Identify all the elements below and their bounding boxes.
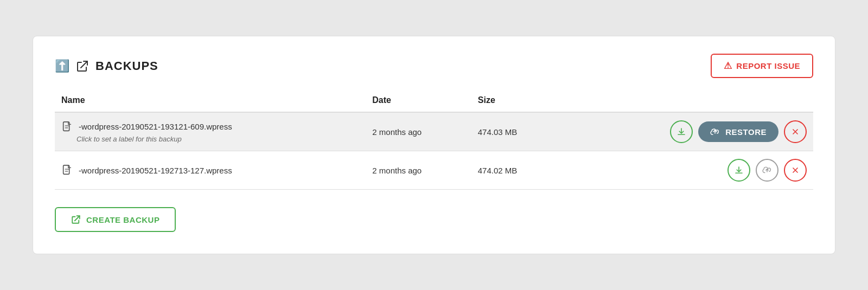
export-icon (76, 60, 89, 73)
actions-cell: RESTORE (560, 112, 813, 151)
date-cell: 2 months ago (366, 112, 471, 151)
restore-button[interactable]: RESTORE (698, 121, 778, 142)
filename: -wordpress-20190521-193121-609.wpress (79, 122, 232, 131)
col-header-actions (560, 91, 813, 112)
date-cell: 2 months ago (366, 151, 471, 190)
backup-name-container: -wordpress-20190521-193121-609.wpress Cl… (61, 121, 359, 143)
name-cell: -wordpress-20190521-193121-609.wpress Cl… (55, 112, 366, 151)
warning-icon: ⚠ (724, 60, 732, 72)
upload-button[interactable] (756, 159, 778, 182)
name-cell: -wordpress-20190521-192713-127.wpress (55, 151, 366, 190)
col-header-date: Date (366, 91, 471, 112)
table-row: -wordpress-20190521-193121-609.wpress Cl… (55, 112, 813, 151)
delete-button[interactable] (784, 159, 807, 182)
backups-card: ⬆️ BACKUPS ⚠ REPORT ISSUE Name Date Size (33, 36, 835, 254)
backup-name-row: -wordpress-20190521-193121-609.wpress (61, 121, 359, 133)
size-cell: 474.02 MB (471, 151, 560, 190)
close-icon (791, 166, 800, 175)
report-issue-label: REPORT ISSUE (736, 61, 800, 70)
action-btn-group (566, 159, 807, 182)
title-area: ⬆️ BACKUPS (55, 59, 158, 73)
col-header-name: Name (55, 91, 366, 112)
card-footer: CREATE BACKUP (55, 207, 813, 232)
download-button[interactable] (670, 120, 693, 143)
create-backup-label: CREATE BACKUP (86, 215, 159, 224)
download-button[interactable] (727, 159, 750, 182)
backup-name-container: -wordpress-20190521-192713-127.wpress (61, 164, 359, 176)
page-title: BACKUPS (95, 59, 158, 73)
size-cell: 474.03 MB (471, 112, 560, 151)
backups-table: Name Date Size -wordpress-20190521-19312… (55, 91, 813, 190)
action-btn-group: RESTORE (566, 120, 807, 143)
download-icon (676, 127, 686, 137)
delete-button[interactable] (784, 120, 807, 143)
backups-icon: ⬆️ (55, 59, 69, 73)
cloud-icon (762, 165, 772, 175)
restore-label: RESTORE (725, 127, 767, 137)
card-header: ⬆️ BACKUPS ⚠ REPORT ISSUE (55, 54, 813, 78)
create-backup-button[interactable]: CREATE BACKUP (55, 207, 176, 232)
filename: -wordpress-20190521-192713-127.wpress (79, 166, 232, 175)
close-icon (791, 127, 800, 136)
backup-name-row: -wordpress-20190521-192713-127.wpress (61, 164, 359, 176)
table-header-row: Name Date Size (55, 91, 813, 112)
table-row: -wordpress-20190521-192713-127.wpress 2 … (55, 151, 813, 190)
download-icon (734, 165, 744, 175)
report-issue-button[interactable]: ⚠ REPORT ISSUE (711, 54, 813, 78)
create-backup-icon (71, 215, 81, 224)
actions-cell (560, 151, 813, 190)
file-icon (61, 164, 73, 176)
cloud-upload-icon (710, 127, 720, 137)
col-header-size: Size (471, 91, 560, 112)
file-icon (61, 121, 73, 133)
label-hint[interactable]: Click to set a label for this backup (76, 135, 359, 143)
